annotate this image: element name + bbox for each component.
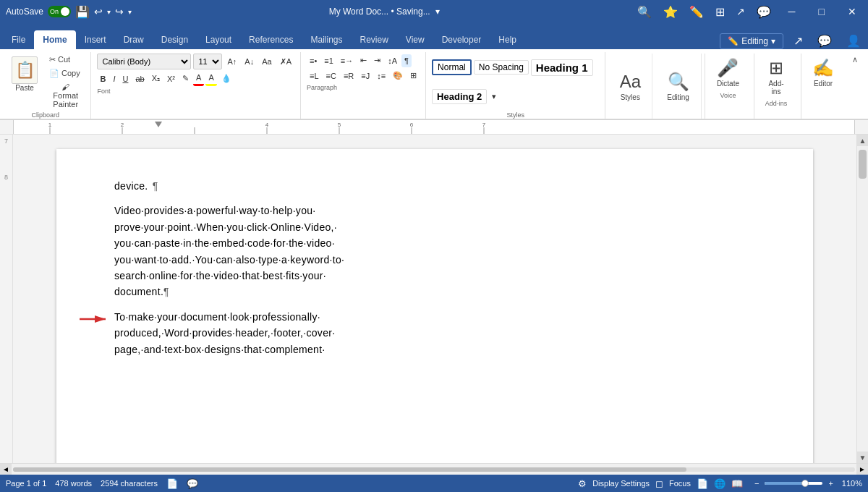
cut-button[interactable]: ✂ Cut bbox=[46, 54, 85, 66]
h-scroll-thumb[interactable] bbox=[13, 467, 686, 472]
present-icon[interactable]: ⊞ bbox=[715, 5, 725, 19]
decrease-indent-btn[interactable]: ⇤ bbox=[357, 54, 370, 67]
shading-btn[interactable]: 💧 bbox=[218, 72, 234, 85]
font-size-select[interactable]: 11 bbox=[193, 54, 222, 69]
document-page[interactable]: device. ¶ Video·provides·a·powerful·way·… bbox=[56, 149, 813, 463]
tab-design[interactable]: Design bbox=[153, 30, 197, 49]
undo-dropdown[interactable]: ▾ bbox=[107, 8, 111, 16]
tab-view[interactable]: View bbox=[397, 30, 433, 49]
text-highlight-btn[interactable]: A bbox=[205, 71, 216, 86]
copy-button[interactable]: 📄 Copy bbox=[46, 67, 85, 80]
change-case-btn[interactable]: Aa bbox=[259, 55, 274, 68]
focus-label[interactable]: Focus bbox=[669, 479, 691, 488]
paragraph-make[interactable]: To·make·your·document·look·professionall… bbox=[114, 309, 755, 357]
styles-big-button[interactable]: Aa Styles bbox=[614, 69, 646, 104]
strikethrough-button[interactable]: ab bbox=[132, 72, 147, 85]
paragraph-video[interactable]: Video·provides·a·powerful·way·to·help·yo… bbox=[114, 203, 755, 300]
paste-button[interactable]: 📋 Paste bbox=[6, 54, 43, 95]
scroll-thumb[interactable] bbox=[859, 150, 867, 179]
scroll-up-button[interactable]: ▲ bbox=[857, 135, 868, 146]
font-size-down[interactable]: A↓ bbox=[242, 55, 257, 68]
underline-button[interactable]: U bbox=[119, 72, 131, 85]
scroll-left-button[interactable]: ◄ bbox=[0, 464, 12, 475]
comments-icon[interactable]: 💬 bbox=[187, 478, 198, 489]
scroll-track[interactable] bbox=[857, 146, 868, 451]
scroll-down-button[interactable]: ▼ bbox=[857, 451, 868, 463]
italic-button[interactable]: I bbox=[110, 72, 118, 85]
tab-developer[interactable]: Developer bbox=[433, 30, 490, 49]
heading1-style[interactable]: Heading 1 bbox=[531, 59, 593, 76]
zoom-slider[interactable] bbox=[765, 482, 822, 485]
editing-button[interactable]: ✏️ Editing ▾ bbox=[720, 33, 783, 49]
align-center-btn[interactable]: ≡C bbox=[323, 69, 339, 82]
addins-button[interactable]: ⊞ Add-ins bbox=[760, 55, 792, 98]
font-size-up[interactable]: A↑ bbox=[224, 55, 239, 68]
tab-insert[interactable]: Insert bbox=[76, 30, 115, 49]
display-settings-label[interactable]: Display Settings bbox=[592, 479, 650, 488]
highlight-btn[interactable]: ✎ bbox=[179, 72, 192, 85]
undo-btn[interactable]: ↩ bbox=[94, 6, 103, 17]
comment-icon[interactable]: 💬 bbox=[757, 5, 771, 19]
multilevel-btn[interactable]: ≡→ bbox=[338, 54, 356, 67]
minimize-button[interactable]: ─ bbox=[783, 3, 801, 20]
share-button[interactable]: ↗ bbox=[789, 33, 807, 49]
font-family-select[interactable]: Calibri (Body) bbox=[97, 54, 191, 69]
zoom-level[interactable]: 110% bbox=[842, 479, 862, 488]
clear-format-btn[interactable]: ✗A bbox=[277, 55, 294, 69]
ribbon-comment-button[interactable]: 💬 bbox=[813, 33, 836, 49]
bullets-btn[interactable]: ≡• bbox=[307, 54, 320, 67]
tab-references[interactable]: References bbox=[240, 30, 302, 49]
pen-icon[interactable]: ✏️ bbox=[689, 5, 704, 19]
show-formatting-btn[interactable]: ¶ bbox=[401, 54, 412, 67]
view-web-icon[interactable]: 🌐 bbox=[714, 478, 726, 489]
styles-more[interactable]: ▾ bbox=[489, 90, 499, 103]
align-left-btn[interactable]: ≡L bbox=[307, 69, 322, 82]
title-dropdown[interactable]: ▾ bbox=[435, 7, 440, 17]
normal-style[interactable]: Normal bbox=[432, 59, 472, 75]
increase-indent-btn[interactable]: ⇥ bbox=[371, 54, 383, 67]
line-spacing-btn[interactable]: ↕≡ bbox=[374, 69, 388, 82]
share-icon[interactable]: ↗ bbox=[736, 6, 745, 17]
search-icon[interactable]: 🔍 bbox=[637, 5, 652, 19]
justify-btn[interactable]: ≡J bbox=[358, 69, 373, 82]
tab-file[interactable]: File bbox=[3, 30, 34, 49]
font-color-btn[interactable]: A bbox=[193, 71, 204, 86]
sort-btn[interactable]: ↕A bbox=[385, 54, 400, 67]
zoom-minus[interactable]: − bbox=[754, 479, 759, 488]
display-settings-icon[interactable]: ⚙ bbox=[578, 478, 587, 489]
autosave-toggle[interactable]: On bbox=[48, 6, 71, 17]
zoom-plus[interactable]: + bbox=[828, 479, 833, 488]
no-spacing-style[interactable]: No Spacing bbox=[474, 60, 529, 75]
align-right-btn[interactable]: ≡R bbox=[341, 69, 357, 82]
focus-icon[interactable]: ◻ bbox=[655, 478, 663, 489]
tab-mailings[interactable]: Mailings bbox=[302, 30, 351, 49]
heading2-style[interactable]: Heading 2 bbox=[432, 89, 487, 104]
superscript-button[interactable]: X² bbox=[164, 72, 178, 85]
format-painter-button[interactable]: 🖌 Format Painter bbox=[46, 81, 85, 110]
document-area[interactable]: device. ¶ Video·provides·a·powerful·way·… bbox=[13, 135, 856, 463]
redo-btn[interactable]: ↪ bbox=[115, 6, 124, 17]
view-read-icon[interactable]: 📖 bbox=[731, 478, 743, 489]
save-icon[interactable]: 💾 bbox=[75, 5, 90, 19]
tab-home[interactable]: Home bbox=[34, 30, 75, 49]
tab-review[interactable]: Review bbox=[352, 30, 397, 49]
ribbon-avatar[interactable]: 👤 bbox=[842, 33, 865, 49]
restore-button[interactable]: □ bbox=[813, 3, 830, 20]
dictate-button[interactable]: 🎤 Dictate bbox=[711, 55, 745, 90]
tab-layout[interactable]: Layout bbox=[197, 30, 240, 49]
view-print-icon[interactable]: 📄 bbox=[697, 478, 708, 489]
tab-help[interactable]: Help bbox=[490, 30, 525, 49]
editing-big-button[interactable]: 🔍 Editing bbox=[661, 69, 695, 104]
scroll-right-button[interactable]: ► bbox=[856, 464, 868, 475]
borders-btn[interactable]: ⊞ bbox=[407, 69, 420, 82]
h-scroll-track[interactable] bbox=[13, 467, 855, 472]
editor-button[interactable]: ✍ Editor bbox=[807, 55, 839, 90]
numbering-btn[interactable]: ≡1 bbox=[321, 54, 336, 67]
collapse-ribbon-btn[interactable]: ∧ bbox=[848, 54, 862, 66]
paragraph-device[interactable]: device. ¶ bbox=[114, 178, 755, 194]
close-button[interactable]: ✕ bbox=[842, 3, 862, 20]
tab-draw[interactable]: Draw bbox=[115, 30, 153, 49]
subscript-button[interactable]: X₂ bbox=[149, 72, 163, 85]
star-icon[interactable]: ⭐ bbox=[663, 5, 678, 19]
track-changes-icon[interactable]: 📄 bbox=[166, 478, 178, 489]
